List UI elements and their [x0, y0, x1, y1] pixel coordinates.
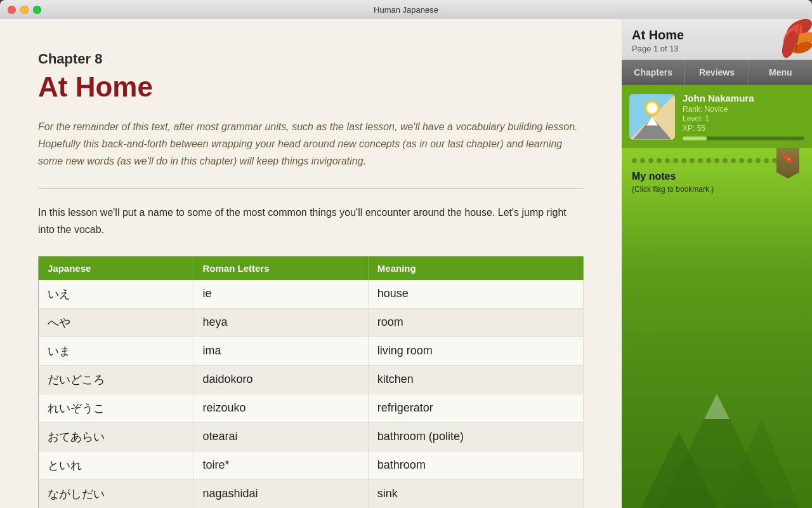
cell-0: といれ [39, 451, 193, 479]
table-row: だいどころdaidokorokitchen [39, 365, 584, 394]
dot [632, 158, 637, 163]
profile-name: John Nakamura [683, 93, 804, 104]
dot [673, 158, 678, 163]
reviews-tab[interactable]: Reviews [685, 60, 749, 85]
xp-bar-background [683, 137, 804, 140]
chapter-title: At Home [38, 71, 584, 103]
intro-paragraph: For the remainder of this text, after mo… [38, 118, 584, 170]
col-roman: Roman Letters [193, 256, 368, 280]
cell-0: へや [39, 308, 193, 337]
cell-1: heya [193, 308, 368, 337]
table-header-row: Japanese Roman Letters Meaning [39, 256, 584, 280]
profile-card: John Nakamura Rank: Novice Level: 1 XP: … [622, 85, 812, 148]
cell-2: room [368, 308, 583, 337]
dot [681, 158, 686, 163]
xp-bar-fill [683, 137, 707, 140]
dot [640, 158, 645, 163]
avatar [629, 94, 675, 140]
cell-0: れいぞうこ [39, 394, 193, 422]
cell-1: otearai [193, 422, 368, 451]
dot [690, 158, 695, 163]
dot [706, 158, 711, 163]
cell-0: いえ [39, 280, 193, 309]
dot [698, 158, 703, 163]
table-row: といれtoire*bathroom [39, 451, 584, 479]
dot [756, 158, 761, 163]
col-japanese: Japanese [39, 256, 193, 280]
table-row: いまimaliving room [39, 337, 584, 365]
cell-2: bathroom (polite) [368, 422, 583, 451]
sidebar-navigation: Chapters Reviews Menu [622, 60, 812, 85]
flag-icon: 🔖 [782, 152, 794, 164]
notes-section: 🔖 My notes (Click flag to bookmark.) [622, 148, 812, 508]
avatar-sun [645, 100, 660, 116]
dot [665, 158, 670, 163]
window-controls [8, 6, 41, 14]
dot [723, 158, 728, 163]
dot [648, 158, 653, 163]
chapters-tab[interactable]: Chapters [622, 60, 685, 85]
cell-0: おてあらい [39, 422, 193, 451]
chapter-label: Chapter 8 [38, 51, 584, 67]
notes-title: My notes [632, 171, 802, 182]
close-button[interactable] [8, 6, 16, 14]
body-paragraph: In this lesson we'll put a name to some … [38, 204, 584, 238]
cell-2: house [368, 280, 583, 309]
cell-1: ima [193, 337, 368, 365]
cell-1: ie [193, 280, 368, 309]
sidebar: At Home Page 1 of 13 Chapters Reviews Me… [622, 19, 812, 508]
cell-0: いま [39, 337, 193, 365]
notes-decoration-dots [632, 158, 802, 163]
table-row: へやheyaroom [39, 308, 584, 337]
vocabulary-table: Japanese Roman Letters Meaning いえiehouse… [38, 256, 584, 508]
notes-subtitle: (Click flag to bookmark.) [632, 185, 802, 194]
cell-1: reizouko [193, 394, 368, 422]
cell-2: kitchen [368, 365, 583, 394]
dot [772, 158, 777, 163]
cell-2: living room [368, 337, 583, 365]
cell-1: daidokoro [193, 365, 368, 394]
cell-1: nagashidai [193, 479, 368, 508]
dot [739, 158, 744, 163]
notes-mountain-illustration [622, 381, 812, 508]
menu-tab[interactable]: Menu [749, 60, 812, 85]
table-row: れいぞうこreizoukorefrigerator [39, 394, 584, 422]
cell-0: だいどころ [39, 365, 193, 394]
col-meaning: Meaning [368, 256, 583, 280]
profile-info: John Nakamura Rank: Novice Level: 1 XP: … [683, 93, 804, 140]
content-area: Chapter 8 At Home For the remainder of t… [0, 19, 622, 508]
profile-xp: XP: 55 [683, 124, 804, 133]
maximize-button[interactable] [33, 6, 41, 14]
table-row: いえiehouse [39, 280, 584, 309]
dot [764, 158, 769, 163]
dot [657, 158, 662, 163]
sidebar-header: At Home Page 1 of 13 [622, 19, 812, 60]
cell-2: bathroom [368, 451, 583, 479]
avatar-mountain-snow [646, 117, 658, 126]
cell-0: ながしだい [39, 479, 193, 508]
dot [747, 158, 752, 163]
app-window: Chapter 8 At Home For the remainder of t… [0, 19, 812, 508]
profile-level: Level: 1 [683, 114, 804, 123]
table-row: おてあらいotearaibathroom (polite) [39, 422, 584, 451]
leaf-decoration [761, 19, 812, 60]
window-title: Human Japanese [374, 5, 438, 15]
dot [731, 158, 736, 163]
cell-1: toire* [193, 451, 368, 479]
svg-marker-9 [704, 394, 730, 419]
divider [38, 188, 584, 189]
dot [714, 158, 719, 163]
bookmark-flag[interactable]: 🔖 [776, 148, 799, 178]
profile-rank: Rank: Novice [683, 105, 804, 114]
table-row: ながしだいnagashidaisink [39, 479, 584, 508]
title-bar: Human Japanese [0, 0, 812, 19]
cell-2: sink [368, 479, 583, 508]
cell-2: refrigerator [368, 394, 583, 422]
minimize-button[interactable] [20, 6, 29, 14]
